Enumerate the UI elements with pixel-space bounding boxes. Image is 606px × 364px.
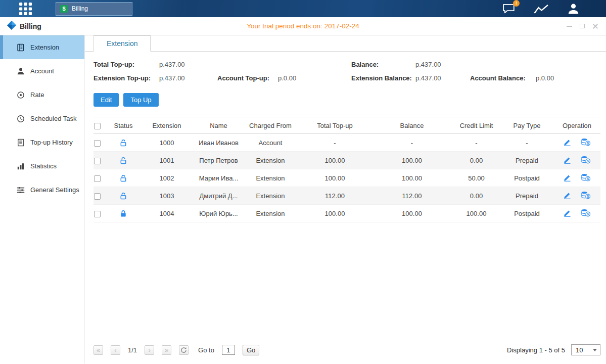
extension-row[interactable]: 1003 Дмитрий Д... Extension 112.00 112.0… (94, 187, 600, 205)
last-page-button[interactable]: » (162, 345, 171, 355)
col-status: Status (108, 117, 139, 134)
summary-extension-topup: Extension Top-up:p.437.00 (94, 74, 217, 82)
page-size-select[interactable]: 10 (571, 344, 600, 355)
topbar-tab-billing[interactable]: $ Billing (56, 2, 132, 16)
svg-text:$: $ (587, 177, 589, 181)
prev-page-button[interactable]: ‹ (111, 345, 120, 355)
edit-icon[interactable] (564, 156, 571, 164)
extension-row[interactable]: 1000 Иван Иванов Account - - - - $ (94, 134, 600, 152)
displaying-text: Displaying 1 - 5 of 5 (507, 346, 565, 354)
row-checkbox[interactable] (94, 158, 101, 164)
row-checkbox[interactable] (94, 193, 101, 200)
sidebar-item-account[interactable]: Account (0, 59, 84, 83)
row-checkbox[interactable] (94, 211, 101, 217)
col-pay-type: Pay Type (500, 117, 553, 134)
close-icon[interactable] (591, 22, 600, 31)
cell-name: Дмитрий Д... (195, 187, 243, 205)
lock-open-icon (120, 139, 127, 146)
tab-extension[interactable]: Extension (94, 35, 151, 52)
summary-extension-balance: Extension Balance:p.437.00 (351, 74, 470, 82)
top-up-icon[interactable]: $ (581, 173, 590, 181)
sidebar-item-statistics[interactable]: Statistics (0, 154, 84, 178)
sidebar-item-topup-history[interactable]: Top-up History (0, 130, 84, 154)
summary-account-balance: Account Balance:p.0.00 (470, 74, 600, 82)
top-up-icon[interactable]: $ (581, 209, 590, 217)
sidebar-item-label: Rate (30, 91, 44, 99)
top-up-icon[interactable]: $ (581, 191, 590, 199)
cell-credit-limit: 100.00 (452, 205, 500, 222)
extension-row[interactable]: 1004 Юрий Юрь... Extension 100.00 100.00… (94, 205, 600, 222)
refresh-icon[interactable] (179, 345, 189, 355)
row-checkbox[interactable] (94, 175, 101, 182)
table-header-row: Status Extension Name Charged From Total… (94, 117, 600, 134)
edit-icon[interactable] (564, 139, 571, 146)
cell-extension: 1000 (139, 134, 195, 152)
goto-page-input[interactable] (222, 345, 235, 355)
top-up-button[interactable]: Top Up (123, 93, 158, 107)
cell-name: Иван Иванов (195, 134, 243, 152)
top-up-icon[interactable]: $ (581, 138, 590, 146)
window-title: Billing (20, 22, 41, 30)
col-extension: Extension (139, 117, 195, 134)
apps-grid-icon[interactable] (18, 2, 32, 16)
cell-name: Мария Ива... (195, 169, 243, 187)
cell-charged-from: Account (243, 134, 298, 152)
cell-pay-type: - (500, 134, 553, 152)
cell-pay-type: Prepaid (500, 152, 553, 169)
row-checkbox[interactable] (94, 140, 101, 147)
lock-closed-icon (120, 209, 127, 217)
col-name: Name (195, 117, 243, 134)
maximize-icon[interactable] (578, 22, 587, 31)
cell-extension: 1003 (139, 187, 195, 205)
go-button[interactable]: Go (243, 345, 259, 355)
bar-chart-icon (17, 162, 25, 170)
cell-credit-limit: 50.00 (452, 169, 500, 187)
cell-total-topup: 100.00 (298, 152, 371, 169)
cell-balance: - (371, 134, 452, 152)
extension-row[interactable]: 1002 Мария Ива... Extension 100.00 100.0… (94, 169, 600, 187)
sidebar-item-label: Top-up History (30, 139, 73, 146)
topbar-tab-label: Billing (72, 5, 88, 12)
summary-label: Extension Balance: (351, 74, 415, 82)
cell-credit-limit: 0.00 (452, 187, 500, 205)
action-buttons: Edit Top Up (94, 93, 600, 107)
col-total-topup: Total Top-up (298, 117, 371, 134)
cell-name: Петр Петров (195, 152, 243, 169)
next-page-button[interactable]: › (145, 345, 154, 355)
notification-badge: ! (513, 0, 520, 7)
cell-name: Юрий Юрь... (195, 205, 243, 222)
cell-balance: 100.00 (371, 152, 452, 169)
sidebar-item-scheduled-task[interactable]: Scheduled Task (0, 107, 84, 130)
target-icon (17, 91, 25, 99)
top-up-icon[interactable]: $ (581, 156, 590, 164)
edit-icon[interactable] (564, 209, 571, 217)
extension-row[interactable]: 1001 Петр Петров Extension 100.00 100.00… (94, 152, 600, 169)
svg-text:$: $ (587, 212, 589, 216)
edit-icon[interactable] (564, 174, 571, 181)
sidebar-item-general-settings[interactable]: General Settings (0, 178, 84, 202)
line-chart-icon[interactable] (534, 4, 549, 14)
svg-text:$: $ (587, 142, 589, 146)
lock-open-icon (120, 174, 127, 181)
select-all-checkbox[interactable] (94, 123, 101, 129)
summary-label: Balance: (351, 61, 415, 68)
cell-total-topup: 112.00 (298, 187, 371, 205)
minimize-icon[interactable] (565, 22, 574, 31)
settings-lines-icon (17, 186, 25, 194)
messages-icon[interactable]: ! (502, 4, 516, 14)
sidebar-item-rate[interactable]: Rate (0, 83, 84, 107)
user-icon[interactable] (567, 3, 580, 14)
cell-balance: 100.00 (371, 169, 452, 187)
edit-icon[interactable] (564, 192, 571, 199)
edit-button[interactable]: Edit (94, 93, 119, 107)
first-page-button[interactable]: « (94, 345, 103, 355)
sidebar-item-extension[interactable]: Extension (0, 35, 84, 59)
goto-label: Go to (198, 346, 214, 354)
summary-value: p.0.00 (536, 74, 554, 82)
cell-charged-from: Extension (243, 205, 298, 222)
dollar-icon: $ (60, 5, 68, 13)
cell-credit-limit: 0.00 (452, 152, 500, 169)
cell-extension: 1004 (139, 205, 195, 222)
col-credit-limit: Credit Limit (452, 117, 500, 134)
person-icon (17, 67, 25, 75)
